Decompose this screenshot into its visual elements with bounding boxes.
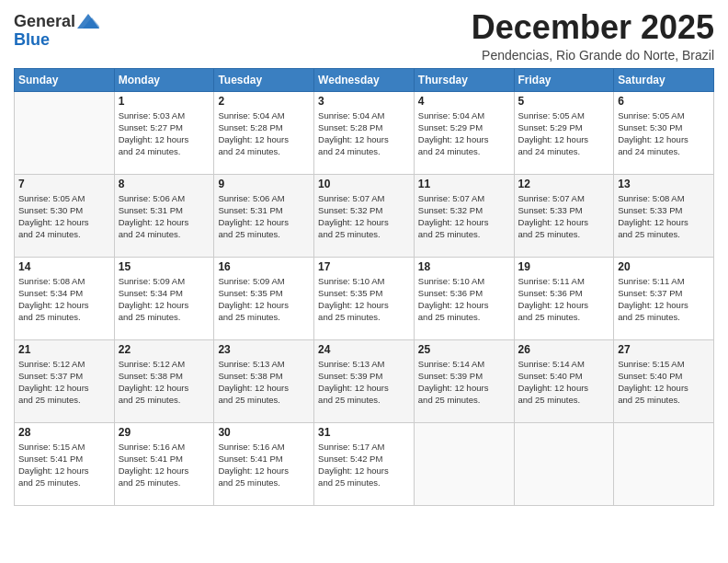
calendar-day-cell	[15, 91, 115, 174]
day-number: 25	[418, 343, 510, 356]
day-number: 4	[418, 95, 510, 108]
calendar-header-monday: Monday	[114, 68, 214, 91]
calendar-day-cell: 1Sunrise: 5:03 AMSunset: 5:27 PMDaylight…	[114, 91, 214, 174]
calendar-header-tuesday: Tuesday	[214, 68, 314, 91]
day-info: Sunrise: 5:07 AMSunset: 5:32 PMDaylight:…	[318, 192, 410, 241]
calendar-day-cell: 29Sunrise: 5:16 AMSunset: 5:41 PMDayligh…	[114, 422, 214, 505]
day-number: 16	[218, 260, 310, 273]
logo: General Blue	[14, 13, 99, 50]
day-info: Sunrise: 5:13 AMSunset: 5:39 PMDaylight:…	[318, 358, 410, 407]
calendar-day-cell: 4Sunrise: 5:04 AMSunset: 5:29 PMDaylight…	[414, 91, 514, 174]
calendar-day-cell: 16Sunrise: 5:09 AMSunset: 5:35 PMDayligh…	[214, 257, 314, 339]
day-info: Sunrise: 5:17 AMSunset: 5:42 PMDaylight:…	[318, 441, 410, 489]
calendar-day-cell: 26Sunrise: 5:14 AMSunset: 5:40 PMDayligh…	[514, 339, 614, 422]
calendar-day-cell: 8Sunrise: 5:06 AMSunset: 5:31 PMDaylight…	[114, 174, 214, 257]
calendar-day-cell: 23Sunrise: 5:13 AMSunset: 5:38 PMDayligh…	[214, 339, 314, 422]
day-info: Sunrise: 5:06 AMSunset: 5:31 PMDaylight:…	[218, 192, 310, 241]
day-info: Sunrise: 5:09 AMSunset: 5:35 PMDaylight:…	[218, 275, 310, 324]
calendar-week-row: 7Sunrise: 5:05 AMSunset: 5:30 PMDaylight…	[15, 174, 714, 257]
header: General Blue December 2025 Pendencias, R…	[14, 9, 714, 63]
day-number: 24	[318, 343, 410, 356]
day-info: Sunrise: 5:16 AMSunset: 5:41 PMDaylight:…	[119, 441, 210, 489]
day-info: Sunrise: 5:04 AMSunset: 5:28 PMDaylight:…	[318, 109, 410, 158]
calendar-day-cell: 11Sunrise: 5:07 AMSunset: 5:32 PMDayligh…	[414, 174, 514, 257]
calendar-day-cell: 21Sunrise: 5:12 AMSunset: 5:37 PMDayligh…	[15, 339, 115, 422]
calendar-day-cell: 27Sunrise: 5:15 AMSunset: 5:40 PMDayligh…	[614, 339, 714, 422]
day-info: Sunrise: 5:05 AMSunset: 5:30 PMDaylight:…	[618, 109, 710, 158]
calendar-day-cell: 7Sunrise: 5:05 AMSunset: 5:30 PMDaylight…	[15, 174, 115, 257]
day-info: Sunrise: 5:15 AMSunset: 5:40 PMDaylight:…	[618, 358, 710, 407]
day-number: 1	[119, 95, 210, 108]
calendar-day-cell: 15Sunrise: 5:09 AMSunset: 5:34 PMDayligh…	[114, 257, 214, 339]
day-number: 30	[218, 426, 310, 439]
calendar-header-friday: Friday	[514, 68, 614, 91]
day-number: 3	[318, 95, 410, 108]
day-info: Sunrise: 5:14 AMSunset: 5:40 PMDaylight:…	[518, 358, 610, 407]
day-info: Sunrise: 5:10 AMSunset: 5:36 PMDaylight:…	[418, 275, 510, 324]
page: General Blue December 2025 Pendencias, R…	[0, 0, 728, 563]
calendar-day-cell: 25Sunrise: 5:14 AMSunset: 5:39 PMDayligh…	[414, 339, 514, 422]
calendar-day-cell: 20Sunrise: 5:11 AMSunset: 5:37 PMDayligh…	[614, 257, 714, 339]
calendar-table: SundayMondayTuesdayWednesdayThursdayFrid…	[14, 68, 714, 506]
calendar-day-cell: 24Sunrise: 5:13 AMSunset: 5:39 PMDayligh…	[314, 339, 415, 422]
calendar-day-cell	[414, 422, 514, 505]
calendar-header-wednesday: Wednesday	[314, 68, 415, 91]
day-info: Sunrise: 5:07 AMSunset: 5:32 PMDaylight:…	[418, 192, 510, 241]
day-info: Sunrise: 5:08 AMSunset: 5:34 PMDaylight:…	[18, 275, 110, 324]
calendar-day-cell: 13Sunrise: 5:08 AMSunset: 5:33 PMDayligh…	[614, 174, 714, 257]
calendar-day-cell	[614, 422, 714, 505]
day-number: 10	[318, 178, 410, 190]
day-number: 28	[18, 426, 110, 439]
day-info: Sunrise: 5:12 AMSunset: 5:38 PMDaylight:…	[119, 358, 210, 407]
day-number: 11	[418, 178, 510, 190]
day-number: 5	[518, 95, 610, 108]
logo-blue-text: Blue	[14, 31, 99, 50]
calendar-day-cell: 18Sunrise: 5:10 AMSunset: 5:36 PMDayligh…	[414, 257, 514, 339]
subtitle: Pendencias, Rio Grande do Norte, Brazil	[472, 48, 714, 63]
day-number: 12	[518, 178, 610, 190]
calendar-week-row: 14Sunrise: 5:08 AMSunset: 5:34 PMDayligh…	[15, 257, 714, 339]
day-number: 23	[218, 343, 310, 356]
calendar-day-cell: 3Sunrise: 5:04 AMSunset: 5:28 PMDaylight…	[314, 91, 415, 174]
day-number: 7	[18, 178, 110, 190]
calendar-day-cell: 9Sunrise: 5:06 AMSunset: 5:31 PMDaylight…	[214, 174, 314, 257]
day-number: 22	[119, 343, 210, 356]
day-number: 14	[18, 260, 110, 273]
calendar-week-row: 21Sunrise: 5:12 AMSunset: 5:37 PMDayligh…	[15, 339, 714, 422]
day-number: 19	[518, 260, 610, 273]
day-info: Sunrise: 5:10 AMSunset: 5:35 PMDaylight:…	[318, 275, 410, 324]
day-info: Sunrise: 5:14 AMSunset: 5:39 PMDaylight:…	[418, 358, 510, 407]
calendar-day-cell: 12Sunrise: 5:07 AMSunset: 5:33 PMDayligh…	[514, 174, 614, 257]
day-info: Sunrise: 5:05 AMSunset: 5:30 PMDaylight:…	[18, 192, 110, 241]
calendar-day-cell: 31Sunrise: 5:17 AMSunset: 5:42 PMDayligh…	[314, 422, 415, 505]
day-info: Sunrise: 5:15 AMSunset: 5:41 PMDaylight:…	[18, 441, 110, 489]
day-number: 21	[18, 343, 110, 356]
day-info: Sunrise: 5:13 AMSunset: 5:38 PMDaylight:…	[218, 358, 310, 407]
calendar-day-cell: 10Sunrise: 5:07 AMSunset: 5:32 PMDayligh…	[314, 174, 415, 257]
logo-icon	[77, 12, 99, 30]
day-info: Sunrise: 5:12 AMSunset: 5:37 PMDaylight:…	[18, 358, 110, 407]
day-info: Sunrise: 5:09 AMSunset: 5:34 PMDaylight:…	[119, 275, 210, 324]
calendar-header-row: SundayMondayTuesdayWednesdayThursdayFrid…	[15, 68, 714, 91]
calendar-day-cell: 28Sunrise: 5:15 AMSunset: 5:41 PMDayligh…	[15, 422, 115, 505]
day-info: Sunrise: 5:07 AMSunset: 5:33 PMDaylight:…	[518, 192, 610, 241]
day-info: Sunrise: 5:08 AMSunset: 5:33 PMDaylight:…	[618, 192, 710, 241]
day-info: Sunrise: 5:16 AMSunset: 5:41 PMDaylight:…	[218, 441, 310, 489]
day-number: 13	[618, 178, 710, 190]
day-info: Sunrise: 5:05 AMSunset: 5:29 PMDaylight:…	[518, 109, 610, 158]
calendar-day-cell: 30Sunrise: 5:16 AMSunset: 5:41 PMDayligh…	[214, 422, 314, 505]
logo-general-text: General	[14, 13, 75, 31]
calendar-day-cell: 5Sunrise: 5:05 AMSunset: 5:29 PMDaylight…	[514, 91, 614, 174]
calendar-day-cell: 6Sunrise: 5:05 AMSunset: 5:30 PMDaylight…	[614, 91, 714, 174]
day-number: 26	[518, 343, 610, 356]
calendar-day-cell: 14Sunrise: 5:08 AMSunset: 5:34 PMDayligh…	[15, 257, 115, 339]
calendar-header-saturday: Saturday	[614, 68, 714, 91]
month-title: December 2025	[472, 9, 714, 46]
calendar-day-cell: 22Sunrise: 5:12 AMSunset: 5:38 PMDayligh…	[114, 339, 214, 422]
day-number: 27	[618, 343, 710, 356]
day-info: Sunrise: 5:03 AMSunset: 5:27 PMDaylight:…	[119, 109, 210, 158]
day-number: 6	[618, 95, 710, 108]
day-info: Sunrise: 5:06 AMSunset: 5:31 PMDaylight:…	[119, 192, 210, 241]
day-number: 29	[119, 426, 210, 439]
calendar-day-cell: 17Sunrise: 5:10 AMSunset: 5:35 PMDayligh…	[314, 257, 415, 339]
